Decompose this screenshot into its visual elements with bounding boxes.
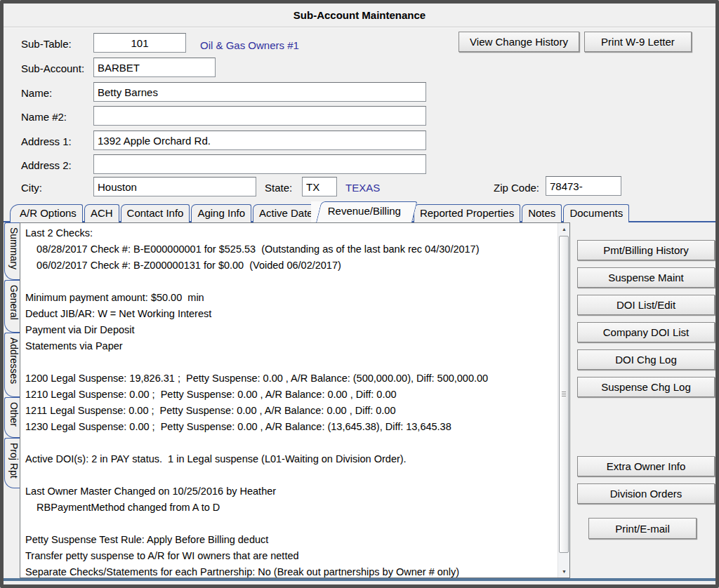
app-window: Sub-Account Maintenance View Change Hist… xyxy=(0,0,719,588)
summary-line: 06/02/2017 Check #: B-Z000000131 for $0.… xyxy=(25,260,553,276)
state-input[interactable] xyxy=(302,177,337,196)
summary-line: Statements via Paper xyxy=(25,340,553,356)
side-tab-summary[interactable]: Summary xyxy=(4,222,20,280)
doi-list-edit-button[interactable]: DOI List/Edit xyxy=(577,295,715,315)
state-label: State: xyxy=(265,182,292,194)
summary-line: RBPaymentMethod changed from A to D xyxy=(25,502,553,518)
address1-input[interactable] xyxy=(93,131,426,150)
side-tab-proj-rpt[interactable]: Proj Rpt xyxy=(4,438,20,488)
page-title: Sub-Account Maintenance xyxy=(293,9,426,21)
summary-line: 1210 Legal Suspense: 0.00 ; Petty Suspen… xyxy=(25,389,553,405)
side-tab-other[interactable]: Other xyxy=(4,397,20,438)
tab-contact-info[interactable]: Contact Info xyxy=(121,204,190,222)
side-tab-addresses[interactable]: Addresses xyxy=(4,333,20,397)
summary-line: Last 2 Checks: xyxy=(25,227,553,243)
scroll-down-icon[interactable]: ▼ xyxy=(558,566,570,577)
sub-table-description: Oil & Gas Owners #1 xyxy=(200,39,299,51)
summary-line: 1200 Legal Suspense: 19,826.31 ; Petty S… xyxy=(25,373,553,389)
tab-active-date[interactable]: Active Date xyxy=(253,204,319,222)
tab-aging-info[interactable]: Aging Info xyxy=(191,204,251,222)
state-description: TEXAS xyxy=(345,182,380,194)
vertical-scrollbar[interactable]: ▲ ▼ xyxy=(558,223,569,577)
tab-ach[interactable]: ACH xyxy=(84,204,119,222)
extra-owner-info-button[interactable]: Extra Owner Info xyxy=(577,456,715,476)
view-change-history-button[interactable]: View Change History xyxy=(459,32,579,52)
summary-line xyxy=(25,437,553,453)
name2-input[interactable] xyxy=(93,106,426,126)
sub-account-label: Sub-Account: xyxy=(21,62,84,74)
pmt-billing-history-button[interactable]: Pmt/Billing History xyxy=(577,240,715,260)
summary-line xyxy=(25,469,553,486)
suspense-maint-button[interactable]: Suspense Maint xyxy=(577,267,715,288)
bottom-accent-line xyxy=(4,578,715,581)
sub-table-label: Sub-Table: xyxy=(21,38,72,50)
tab-notes[interactable]: Notes xyxy=(522,204,562,222)
suspense-chg-log-button[interactable]: Suspense Chg Log xyxy=(577,377,715,397)
city-label: City: xyxy=(21,182,42,194)
doi-chg-log-button[interactable]: DOI Chg Log xyxy=(577,349,715,370)
summary-line: Minimum payment amount: $50.00 min xyxy=(25,292,553,308)
tab-revenue-billing[interactable]: Revenue/Billing xyxy=(311,201,412,222)
summary-line xyxy=(25,518,553,534)
zip-input[interactable] xyxy=(546,176,621,196)
scroll-up-icon[interactable]: ▲ xyxy=(558,223,570,235)
summary-line xyxy=(25,276,553,292)
summary-line: Payment via Dir Deposit xyxy=(25,324,553,340)
summary-line xyxy=(25,356,553,373)
print-w9-letter-button[interactable]: Print W-9 Letter xyxy=(584,32,692,52)
summary-line: Last Owner Master Changed on 10/25/2016 … xyxy=(25,486,553,502)
summary-line: Transfer petty suspense to A/R for WI ow… xyxy=(25,550,553,566)
tab-bar: A/R Options ACH Contact Info Aging Info … xyxy=(10,201,631,222)
summary-line: 1211 Legal Suspense: 0.00 ; Petty Suspen… xyxy=(25,405,553,421)
zip-label: Zip Code: xyxy=(494,182,539,194)
side-tab-general[interactable]: General xyxy=(4,280,20,333)
summary-line: Petty Suspense Test Rule: Apply Before B… xyxy=(25,534,553,550)
address2-input[interactable] xyxy=(93,154,426,174)
name2-label: Name #2: xyxy=(21,111,67,123)
summary-line: Separate Checks/Statements for each Part… xyxy=(25,566,553,578)
summary-line: Active DOI(s): 2 in PAY status. 1 in Leg… xyxy=(25,453,553,469)
print-email-button[interactable]: Print/E-mail xyxy=(588,518,697,539)
address1-label: Address 1: xyxy=(21,135,72,147)
sub-account-input[interactable] xyxy=(93,58,216,77)
tab-documents[interactable]: Documents xyxy=(563,204,629,222)
title-bar: Sub-Account Maintenance xyxy=(4,4,715,27)
side-tab-strip: Summary General Addresses Other Proj Rpt xyxy=(4,222,20,488)
tab-ar-options[interactable]: A/R Options xyxy=(10,204,83,222)
summary-line: Deduct JIB/AR: W = Net Working Interest xyxy=(25,308,553,324)
name-label: Name: xyxy=(21,87,52,99)
summary-line: 1230 Legal Suspense: 0.00 ; Petty Suspen… xyxy=(25,421,553,437)
summary-text-area[interactable]: Last 2 Checks: 08/28/2017 Check #: B-E00… xyxy=(20,222,570,578)
city-input[interactable] xyxy=(93,177,256,196)
division-orders-button[interactable]: Division Orders xyxy=(577,483,715,504)
tab-reported-properties[interactable]: Reported Properties xyxy=(414,204,520,222)
scroll-thumb[interactable] xyxy=(559,236,569,553)
address2-label: Address 2: xyxy=(21,159,72,171)
company-doi-list-button[interactable]: Company DOI List xyxy=(577,322,715,342)
summary-line: 08/28/2017 Check #: B-E000000001 for $52… xyxy=(25,243,553,260)
sub-table-input[interactable] xyxy=(93,33,186,53)
name-input[interactable] xyxy=(93,82,426,102)
